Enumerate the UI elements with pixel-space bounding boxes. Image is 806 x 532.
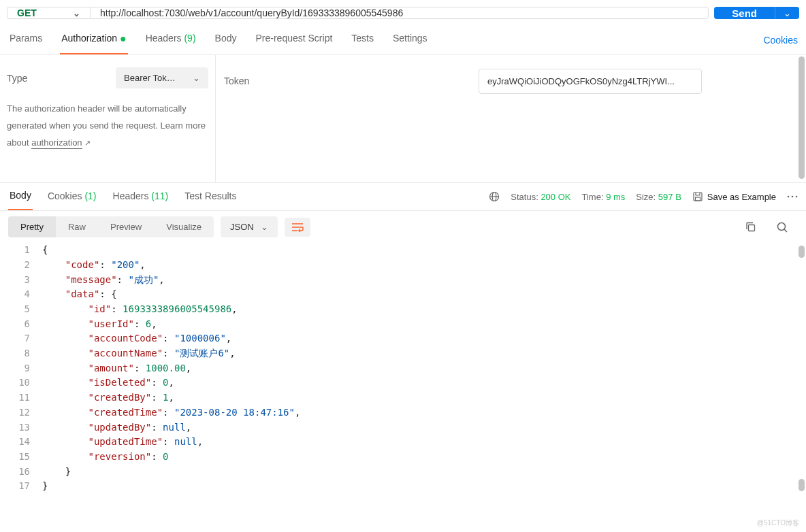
wrap-lines-button[interactable] bbox=[285, 218, 310, 237]
authorization-help-link[interactable]: authorization bbox=[31, 137, 82, 149]
tab-prerequest[interactable]: Pre-request Script bbox=[254, 26, 334, 54]
tab-tests[interactable]: Tests bbox=[350, 26, 375, 54]
url-input[interactable] bbox=[90, 7, 709, 19]
send-button[interactable]: Send bbox=[714, 7, 775, 19]
external-link-icon: ↗ bbox=[84, 139, 91, 147]
svg-rect-3 bbox=[694, 193, 702, 201]
chevron-down-icon: ⌄ bbox=[73, 8, 80, 18]
send-dropdown-button[interactable]: ⌄ bbox=[775, 7, 799, 19]
search-icon[interactable] bbox=[776, 221, 788, 233]
resp-tab-body[interactable]: Body bbox=[8, 183, 33, 210]
tab-settings[interactable]: Settings bbox=[391, 26, 429, 54]
auth-type-label: Type bbox=[7, 73, 27, 84]
code-lines[interactable]: { "code": "200", "message": "成功", "data"… bbox=[42, 243, 806, 494]
tab-authorization[interactable]: Authorization● bbox=[60, 26, 127, 54]
scrollbar-thumb[interactable] bbox=[799, 56, 805, 179]
svg-point-7 bbox=[796, 196, 798, 198]
response-body[interactable]: 1234567891011121314151617 { "code": "200… bbox=[0, 243, 806, 494]
chevron-down-icon: ⌄ bbox=[261, 222, 268, 232]
chevron-down-icon: ⌄ bbox=[193, 73, 200, 83]
watermark: @51CTO博客 bbox=[757, 518, 799, 528]
size-info: Size: 597 B bbox=[636, 192, 681, 202]
token-input[interactable]: eyJraWQiOiJiODQyOGFkOS0yNzg4LTRjYWI... bbox=[479, 69, 702, 94]
time-info: Time: 9 ms bbox=[581, 192, 625, 202]
http-method-value: GET bbox=[17, 7, 37, 18]
svg-rect-4 bbox=[695, 197, 700, 201]
resp-tab-test-results[interactable]: Test Results bbox=[183, 184, 238, 210]
scrollbar-thumb[interactable] bbox=[799, 479, 805, 491]
token-label: Token bbox=[224, 69, 462, 86]
copy-icon[interactable] bbox=[745, 221, 757, 233]
resp-tab-headers[interactable]: Headers (11) bbox=[112, 184, 170, 210]
response-format-select[interactable]: JSON ⌄ bbox=[221, 216, 278, 237]
auth-type-select[interactable]: Bearer Tok… ⌄ bbox=[116, 67, 208, 88]
svg-line-13 bbox=[784, 229, 787, 232]
view-tab-pretty[interactable]: Pretty bbox=[8, 216, 56, 237]
view-tab-preview[interactable]: Preview bbox=[98, 216, 154, 237]
tab-headers[interactable]: Headers (9) bbox=[144, 26, 197, 54]
svg-point-12 bbox=[778, 222, 786, 230]
globe-icon[interactable] bbox=[489, 191, 500, 202]
auth-description: The authorization header will be automat… bbox=[7, 101, 208, 151]
cookies-link[interactable]: Cookies bbox=[763, 35, 798, 46]
more-icon[interactable] bbox=[787, 195, 798, 198]
svg-rect-11 bbox=[749, 225, 755, 231]
http-method-select[interactable]: GET ⌄ bbox=[7, 7, 90, 19]
scrollbar-thumb[interactable] bbox=[799, 246, 805, 258]
line-number-gutter: 1234567891011121314151617 bbox=[0, 243, 42, 494]
status-info: Status: 200 OK bbox=[511, 192, 570, 202]
svg-point-5 bbox=[788, 196, 790, 198]
chevron-down-icon: ⌄ bbox=[784, 8, 791, 18]
tab-params[interactable]: Params bbox=[8, 26, 44, 54]
resp-tab-cookies[interactable]: Cookies (1) bbox=[46, 184, 98, 210]
tab-body[interactable]: Body bbox=[214, 26, 238, 54]
active-dot-icon: ● bbox=[120, 33, 127, 44]
svg-point-6 bbox=[792, 196, 794, 198]
view-tab-visualize[interactable]: Visualize bbox=[154, 216, 214, 237]
save-as-example-button[interactable]: Save as Example bbox=[692, 191, 776, 202]
view-tab-raw[interactable]: Raw bbox=[56, 216, 98, 237]
